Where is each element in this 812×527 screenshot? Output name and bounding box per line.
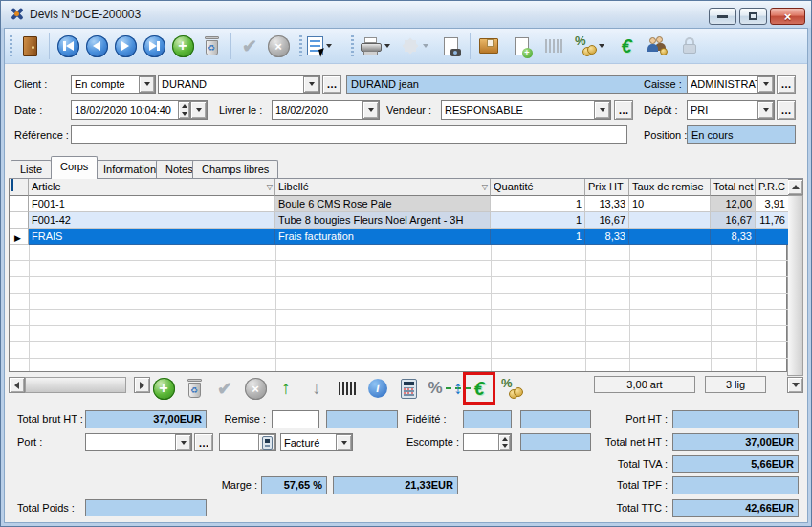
cell-prix-ht[interactable]: 8,33	[585, 229, 629, 245]
port-browse-button[interactable]: …	[194, 433, 213, 451]
customers-button[interactable]	[644, 33, 670, 59]
line-add-button[interactable]: +	[150, 375, 177, 402]
depot-combo[interactable]: PRI	[687, 100, 775, 120]
facture-combo[interactable]: Facturé	[280, 433, 353, 451]
column-header-prc[interactable]: P.R.C	[756, 179, 788, 196]
nav-next-button[interactable]	[112, 33, 139, 59]
client-browse-button[interactable]: …	[322, 75, 341, 94]
port-amount-input[interactable]	[219, 433, 276, 451]
delete-record-button[interactable]: ♻	[198, 33, 225, 59]
nav-last-button[interactable]	[141, 33, 167, 59]
restore-button[interactable]	[739, 8, 767, 25]
line-move-up-button[interactable]: ↑	[273, 375, 299, 402]
row-selector[interactable]	[10, 212, 29, 229]
column-header-taux-remise[interactable]: Taux de remise	[629, 179, 711, 196]
cell-total-net[interactable]: 16,67	[711, 212, 756, 229]
caisse-combo[interactable]: ADMINISTRATE	[687, 75, 775, 94]
cell-total-net[interactable]: 8,33	[711, 229, 756, 245]
escompte-spinner[interactable]	[498, 434, 511, 450]
chevron-down-icon[interactable]	[362, 101, 379, 119]
cell-taux-remise[interactable]: 10	[629, 196, 711, 212]
horizontal-scroll-thumb[interactable]	[25, 377, 126, 393]
vendeur-combo[interactable]: RESPONSABLE	[441, 100, 611, 120]
vertical-scroll-thumb[interactable]	[787, 195, 803, 376]
cell-prix-ht[interactable]: 16,67	[585, 212, 629, 229]
chevron-down-icon[interactable]	[757, 76, 774, 93]
filter-icon[interactable]: ▽	[267, 183, 273, 191]
nav-previous-button[interactable]	[83, 33, 110, 59]
cell-prix-ht[interactable]: 13,33	[585, 196, 629, 212]
cell-article[interactable]: FRAIS	[29, 229, 275, 245]
form-view-button[interactable]	[305, 33, 341, 59]
nav-first-button[interactable]	[55, 33, 81, 59]
percent-coins-button[interactable]: %	[573, 33, 609, 59]
toolbar-grip[interactable]	[299, 35, 302, 57]
column-header-total-net[interactable]: Total net	[711, 179, 756, 196]
cell-libelle[interactable]: Tube 8 bougies Fleurs Noel Argent - 3H	[275, 212, 491, 229]
toolbar-grip[interactable]	[351, 35, 354, 57]
table-row-selected[interactable]: ▶ FRAIS Frais facturation 1 8,33 8,33	[10, 229, 788, 245]
depot-browse-button[interactable]: …	[777, 100, 796, 120]
chevron-down-icon[interactable]	[139, 76, 155, 93]
line-calculator-button[interactable]	[395, 375, 422, 402]
row-selector[interactable]	[10, 196, 29, 212]
cell-article[interactable]: F001-42	[29, 212, 275, 229]
document-add-button[interactable]: +	[508, 33, 535, 59]
close-button[interactable]: ×	[770, 8, 805, 25]
cell-quantite[interactable]: 1	[491, 212, 585, 229]
add-record-button[interactable]: +	[169, 33, 196, 59]
escompte-input[interactable]	[463, 433, 512, 451]
chevron-down-icon[interactable]	[336, 434, 352, 450]
caisse-browse-button[interactable]: …	[777, 75, 796, 94]
cell-libelle[interactable]: Frais facturation	[275, 229, 491, 245]
cell-total-net[interactable]: 12,00	[711, 196, 756, 212]
remise-input[interactable]	[272, 410, 319, 428]
cell-prc[interactable]: 11,76	[756, 212, 788, 229]
line-margin-button[interactable]: %	[498, 375, 525, 402]
client-type-combo[interactable]: En compte	[71, 75, 156, 94]
tab-corps[interactable]: Corps	[51, 156, 98, 179]
row-selector[interactable]: ▶	[10, 229, 29, 245]
minimize-button[interactable]	[709, 8, 736, 25]
scroll-down-button[interactable]	[787, 377, 803, 393]
chevron-down-icon[interactable]	[190, 101, 207, 119]
cell-taux-remise[interactable]	[629, 229, 711, 245]
tab-liste[interactable]: Liste	[11, 160, 52, 178]
line-move-down-button[interactable]: ↓	[303, 375, 330, 402]
chevron-down-icon[interactable]	[757, 101, 774, 119]
chevron-down-icon[interactable]	[303, 76, 319, 93]
cell-taux-remise[interactable]	[629, 212, 711, 229]
cell-quantite[interactable]: 1	[491, 229, 585, 245]
scroll-right-button[interactable]	[134, 377, 150, 393]
calculator-button[interactable]	[258, 434, 275, 450]
select-all-header[interactable]	[10, 179, 29, 196]
line-delete-button[interactable]: ♻	[181, 375, 208, 402]
tab-champs-libres[interactable]: Champs libres	[192, 160, 278, 178]
column-header-quantite[interactable]: Quantité	[491, 179, 585, 196]
chevron-down-icon[interactable]	[594, 101, 610, 119]
filter-icon[interactable]: ▽	[482, 183, 488, 191]
port-combo[interactable]	[85, 433, 192, 451]
column-header-libelle[interactable]: Libellé▽	[275, 179, 491, 196]
package-button[interactable]	[475, 33, 502, 59]
column-header-article[interactable]: Article▽	[29, 179, 275, 196]
line-barcode-button[interactable]	[334, 375, 361, 402]
document-camera-button[interactable]	[437, 33, 464, 59]
cell-article[interactable]: F001-1	[29, 196, 275, 212]
reference-input[interactable]	[71, 125, 627, 144]
euro-pricing-button[interactable]: €	[613, 33, 640, 59]
line-info-button[interactable]: i	[364, 375, 391, 402]
column-header-prix-ht[interactable]: Prix HT	[585, 179, 629, 196]
print-button[interactable]	[359, 33, 395, 59]
scroll-up-button[interactable]	[787, 179, 803, 195]
date-combo[interactable]: 18/02/2020 10:04:40	[71, 100, 208, 120]
table-row[interactable]: F001-1 Boule 6 CMS Rose Pale 1 13,33 10 …	[10, 196, 788, 212]
cell-prc[interactable]	[756, 229, 788, 245]
horizontal-scrollbar[interactable]	[9, 377, 150, 393]
chevron-down-icon[interactable]	[175, 434, 191, 450]
table-row[interactable]: F001-42 Tube 8 bougies Fleurs Noel Argen…	[10, 212, 788, 229]
date-spinner[interactable]	[178, 101, 190, 119]
scroll-left-button[interactable]	[9, 377, 25, 393]
client-code-combo[interactable]: DURAND	[158, 75, 320, 94]
cell-prc[interactable]: 3,91	[756, 196, 788, 212]
